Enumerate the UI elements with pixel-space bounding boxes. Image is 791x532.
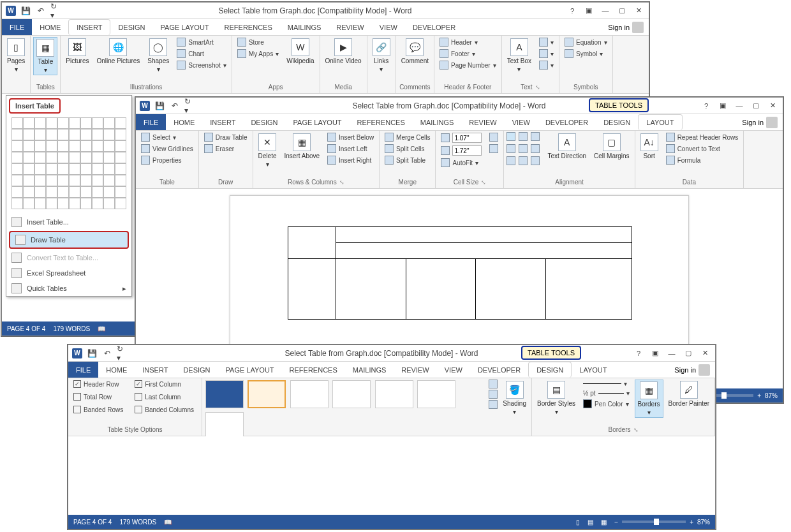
dialog-launcher-icon[interactable]: ⤡ — [633, 427, 639, 433]
grid-cell[interactable] — [80, 175, 92, 186]
sign-in[interactable]: Sign in — [737, 114, 783, 130]
tab-review[interactable]: REVIEW — [394, 362, 436, 378]
tab-table-layout[interactable]: LAYOUT — [638, 114, 682, 130]
tab-home[interactable]: HOME — [166, 114, 202, 130]
close-icon[interactable]: ✕ — [631, 4, 646, 17]
page-number-button[interactable]: Page Number ▾ — [437, 60, 499, 70]
grid-cell[interactable] — [23, 198, 34, 209]
grid-cell[interactable] — [46, 186, 57, 198]
grid-cell[interactable] — [103, 117, 115, 129]
cell-margins-button[interactable]: ▢Cell Margins — [591, 132, 632, 161]
grid-cell[interactable] — [57, 175, 69, 186]
table-styles-gallery[interactable] — [205, 380, 484, 443]
tab-page-layout[interactable]: PAGE LAYOUT — [218, 362, 282, 378]
redo-icon[interactable]: ↻ ▾ — [117, 348, 128, 359]
grid-cell[interactable] — [57, 140, 69, 152]
maximize-icon[interactable]: ▢ — [614, 4, 630, 17]
eraser-button[interactable]: Eraser — [202, 144, 250, 154]
undo-icon[interactable]: ↶ — [101, 348, 113, 359]
style-thumb[interactable] — [417, 380, 455, 408]
dialog-launcher-icon[interactable]: ⤡ — [339, 179, 344, 186]
distribute-rows-button[interactable] — [487, 132, 501, 142]
tab-design[interactable]: DESIGN — [175, 362, 218, 378]
gridlines-button[interactable]: View Gridlines — [138, 144, 196, 154]
border-styles-button[interactable]: ▤Border Styles▾ — [535, 380, 578, 417]
dialog-launcher-icon[interactable]: ⤡ — [481, 179, 486, 186]
autofit-button[interactable]: AutoFit ▾ — [438, 158, 484, 168]
convert-text-menu[interactable]: Convert Text to Table... — [6, 250, 131, 265]
wikipedia-button[interactable]: WWikipedia — [284, 37, 316, 66]
shading-button[interactable]: 🪣Shading▾ — [500, 380, 529, 417]
grid-cell[interactable] — [23, 117, 34, 129]
quick-tables-menu[interactable]: Quick Tables▸ — [6, 281, 131, 296]
distribute-cols-button[interactable] — [487, 144, 501, 154]
align-tr-icon[interactable] — [531, 132, 540, 141]
insert-left-button[interactable]: Insert Left — [325, 144, 376, 154]
zoom-control[interactable]: −+87% — [614, 519, 710, 526]
myapps-button[interactable]: My Apps ▾ — [235, 48, 281, 59]
grid-cell[interactable] — [103, 175, 115, 186]
grid-cell[interactable] — [34, 186, 46, 198]
tab-insert[interactable]: INSERT — [202, 114, 243, 130]
document-area[interactable] — [68, 436, 715, 515]
grid-cell[interactable] — [11, 129, 23, 140]
tab-mailings[interactable]: MAILINGS — [280, 19, 329, 35]
grid-cell[interactable] — [115, 186, 126, 198]
grid-cell[interactable] — [23, 175, 34, 186]
maximize-icon[interactable]: ▢ — [681, 347, 696, 360]
dropcap-button[interactable]: ▾ — [536, 60, 556, 70]
tab-references[interactable]: REFERENCES — [350, 114, 413, 130]
minimize-icon[interactable]: — — [598, 4, 613, 17]
grid-cell[interactable] — [115, 175, 126, 186]
links-button[interactable]: 🔗Links▾ — [370, 37, 393, 74]
save-icon[interactable]: 💾 — [86, 348, 98, 359]
tab-mailings[interactable]: MAILINGS — [413, 114, 462, 130]
gallery-more-icon[interactable] — [489, 400, 498, 409]
tab-home[interactable]: HOME — [98, 362, 135, 378]
grid-cell[interactable] — [11, 163, 23, 175]
gallery-down-icon[interactable] — [489, 390, 498, 399]
grid-cell[interactable] — [34, 198, 46, 209]
word-count[interactable]: 179 WORDS — [53, 325, 90, 332]
grid-cell[interactable] — [115, 140, 126, 152]
grid-cell[interactable] — [57, 163, 69, 175]
grid-cell[interactable] — [11, 198, 23, 209]
grid-cell[interactable] — [46, 129, 57, 140]
dialog-launcher-icon[interactable]: ⤡ — [535, 84, 540, 91]
gallery-up-icon[interactable] — [489, 380, 498, 388]
line-weight-dropdown[interactable]: ½ pt ▾ — [580, 389, 632, 397]
align-tc-icon[interactable] — [519, 132, 528, 141]
grid-cell[interactable] — [69, 163, 80, 175]
grid-cell[interactable] — [92, 175, 103, 186]
smartart-button[interactable]: SmartArt — [174, 37, 229, 47]
align-ml-icon[interactable] — [506, 144, 515, 153]
help-icon[interactable]: ? — [565, 4, 580, 17]
grid-cell[interactable] — [69, 175, 80, 186]
draw-table-menu[interactable]: Draw Table — [9, 231, 129, 249]
grid-cell[interactable] — [57, 186, 69, 198]
grid-cell[interactable] — [23, 186, 34, 198]
grid-cell[interactable] — [57, 198, 69, 209]
grid-cell[interactable] — [57, 129, 69, 140]
formula-button[interactable]: Formula — [663, 155, 741, 165]
tab-developer[interactable]: DEVELOPER — [538, 114, 596, 130]
grid-cell[interactable] — [34, 175, 46, 186]
grid-cell[interactable] — [11, 140, 23, 152]
banded-cols-check[interactable]: Banded Columns — [132, 405, 196, 414]
grid-cell[interactable] — [69, 117, 80, 129]
style-thumb[interactable] — [332, 380, 371, 408]
insert-below-button[interactable]: Insert Below — [325, 132, 376, 142]
grid-cell[interactable] — [46, 163, 57, 175]
store-button[interactable]: Store — [235, 37, 281, 47]
merge-cells-button[interactable]: Merge Cells — [382, 132, 432, 142]
select-button[interactable]: Select ▾ — [138, 132, 196, 142]
tab-view[interactable]: VIEW — [437, 362, 470, 378]
align-bc-icon[interactable] — [519, 156, 528, 165]
grid-cell[interactable] — [34, 163, 46, 175]
online-pictures-button[interactable]: 🌐Online Pictures — [94, 37, 142, 66]
tab-page-layout[interactable]: PAGE LAYOUT — [286, 114, 350, 130]
redo-icon[interactable]: ↻ ▾ — [50, 5, 62, 17]
grid-cell[interactable] — [46, 175, 57, 186]
proofing-icon[interactable]: 📖 — [98, 325, 105, 332]
grid-cell[interactable] — [115, 163, 126, 175]
